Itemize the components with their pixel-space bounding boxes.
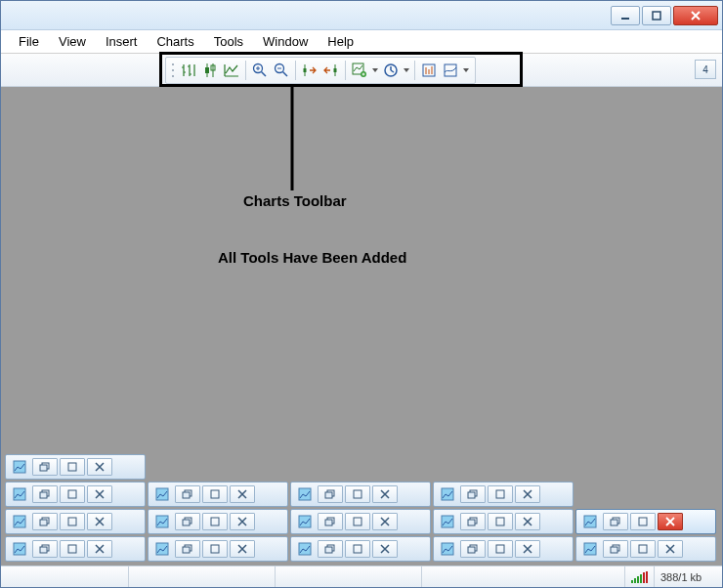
svg-rect-35: [40, 465, 47, 471]
child-close-button[interactable]: [372, 540, 398, 558]
child-window[interactable]: [575, 536, 716, 562]
child-maximize-button[interactable]: [630, 540, 656, 558]
periodicity-dropdown[interactable]: [402, 66, 411, 74]
menu-help[interactable]: Help: [318, 31, 363, 52]
child-window[interactable]: [5, 509, 146, 534]
child-restore-button[interactable]: [32, 540, 58, 558]
child-close-button[interactable]: [87, 513, 112, 530]
child-restore-button[interactable]: [175, 540, 200, 558]
child-restore-button[interactable]: [318, 513, 343, 530]
child-maximize-button[interactable]: [630, 513, 656, 530]
child-close-button[interactable]: [372, 513, 398, 530]
annotation-title: Charts Toolbar: [243, 192, 347, 209]
child-maximize-button[interactable]: [202, 485, 228, 503]
child-window[interactable]: [5, 454, 146, 480]
child-close-button[interactable]: [230, 485, 255, 503]
child-restore-button[interactable]: [318, 540, 343, 558]
child-window[interactable]: [290, 536, 431, 562]
templates-dropdown[interactable]: [461, 66, 471, 74]
child-restore-button[interactable]: [175, 513, 200, 530]
chart-window-icon: [437, 513, 458, 530]
periodicity-icon[interactable]: [380, 60, 402, 81]
templates-icon[interactable]: [418, 60, 440, 81]
child-window[interactable]: [148, 509, 288, 534]
child-window-active[interactable]: [575, 509, 716, 534]
maximize-button[interactable]: [642, 6, 671, 25]
child-close-button[interactable]: [658, 540, 683, 558]
child-restore-button[interactable]: [460, 540, 486, 558]
child-restore-button[interactable]: [318, 485, 343, 503]
child-close-button[interactable]: [515, 513, 540, 530]
child-close-button[interactable]: [658, 513, 683, 530]
svg-rect-87: [468, 547, 475, 553]
child-window[interactable]: [148, 482, 288, 507]
menu-tools[interactable]: Tools: [204, 31, 253, 52]
svg-rect-81: [299, 543, 311, 555]
statusbar: 388/1 kb: [1, 566, 722, 587]
child-window[interactable]: [433, 509, 574, 534]
child-restore-button[interactable]: [460, 513, 486, 530]
child-maximize-button[interactable]: [60, 540, 85, 558]
svg-rect-59: [183, 520, 190, 525]
child-close-button[interactable]: [372, 485, 398, 503]
child-restore-button[interactable]: [460, 485, 486, 503]
toolbar-badge[interactable]: 4: [695, 60, 716, 79]
child-restore-button[interactable]: [603, 513, 628, 530]
menu-insert[interactable]: Insert: [96, 31, 148, 52]
zoom-out-icon[interactable]: [271, 60, 292, 81]
child-maximize-button[interactable]: [488, 540, 513, 558]
child-window[interactable]: [290, 482, 431, 507]
indicators-icon[interactable]: [349, 60, 370, 81]
svg-rect-63: [325, 520, 332, 525]
child-close-button[interactable]: [515, 485, 540, 503]
menu-window[interactable]: Window: [253, 31, 318, 52]
child-maximize-button[interactable]: [345, 540, 370, 558]
line-chart-icon[interactable]: [221, 60, 242, 81]
child-restore-button[interactable]: [603, 540, 628, 558]
menu-file[interactable]: File: [9, 31, 49, 52]
child-restore-button[interactable]: [175, 485, 200, 503]
svg-rect-17: [304, 68, 307, 72]
child-maximize-button[interactable]: [60, 485, 85, 503]
child-restore-button[interactable]: [32, 458, 58, 476]
child-maximize-button[interactable]: [202, 540, 228, 558]
child-window[interactable]: [433, 536, 574, 562]
svg-rect-68: [496, 518, 504, 525]
child-close-button[interactable]: [87, 485, 112, 503]
status-traffic: 388/1 kb: [654, 567, 722, 587]
child-window[interactable]: [5, 536, 146, 562]
toolbar-grip-icon[interactable]: [170, 60, 178, 81]
child-window[interactable]: [5, 482, 146, 507]
menu-charts[interactable]: Charts: [147, 31, 203, 52]
candlestick-icon[interactable]: [199, 60, 221, 81]
child-close-button[interactable]: [230, 540, 255, 558]
child-maximize-button[interactable]: [60, 513, 85, 530]
child-window[interactable]: [433, 482, 574, 507]
child-window[interactable]: [148, 536, 288, 562]
child-maximize-button[interactable]: [202, 513, 228, 530]
minimize-button[interactable]: [611, 6, 640, 25]
chart-shift-icon[interactable]: [320, 60, 342, 81]
grid-toggle-icon[interactable]: [440, 60, 461, 81]
child-close-button[interactable]: [230, 513, 255, 530]
svg-rect-76: [68, 545, 76, 553]
child-window[interactable]: [290, 509, 431, 534]
zoom-in-icon[interactable]: [249, 60, 271, 81]
menu-view[interactable]: View: [49, 31, 96, 52]
child-close-button[interactable]: [87, 458, 112, 476]
child-maximize-button[interactable]: [488, 485, 513, 503]
child-close-button[interactable]: [515, 540, 540, 558]
child-restore-button[interactable]: [32, 485, 58, 503]
child-restore-button[interactable]: [32, 513, 58, 530]
child-maximize-button[interactable]: [345, 485, 370, 503]
svg-rect-77: [156, 543, 168, 555]
child-close-button[interactable]: [87, 540, 112, 558]
auto-scroll-icon[interactable]: [299, 60, 320, 81]
child-maximize-button[interactable]: [488, 513, 513, 530]
indicators-dropdown[interactable]: [370, 66, 380, 74]
close-button[interactable]: [673, 6, 718, 25]
mdi-children: [5, 454, 716, 562]
child-maximize-button[interactable]: [60, 458, 85, 476]
child-maximize-button[interactable]: [345, 513, 370, 530]
bar-chart-icon[interactable]: [178, 60, 199, 81]
